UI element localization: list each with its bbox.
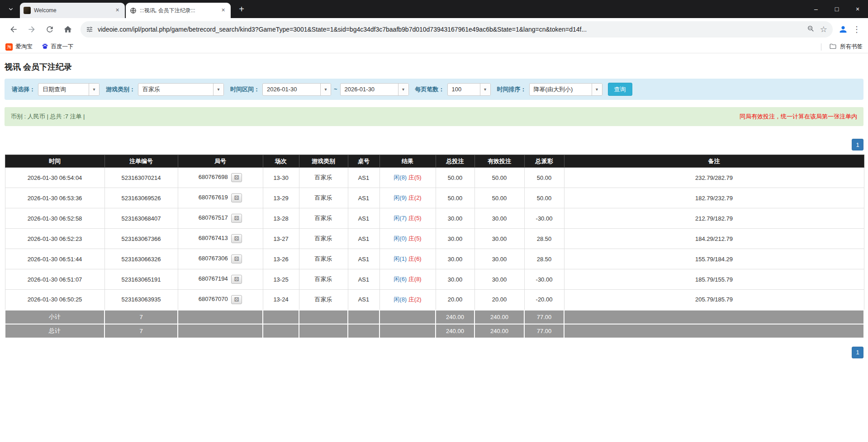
chevron-down-icon[interactable]: ▾ (480, 84, 490, 95)
cell-game-type: 百家乐 (299, 208, 348, 229)
cell-session: 13-26 (263, 249, 299, 269)
cell-game-type: 百家乐 (299, 269, 348, 290)
cell-bet-id: 523163068407 (104, 208, 178, 229)
zoom-icon[interactable] (807, 25, 815, 34)
date-to-input[interactable]: 2026-01-30 ▾ (340, 83, 409, 96)
cell-time: 2026-01-30 06:52:58 (5, 208, 104, 229)
cell-total-bet[interactable]: 50.00 (436, 188, 474, 208)
url-bar[interactable]: videoie.com/ipl/portal.php/game/betrecor… (81, 21, 833, 38)
bookmark-baidu[interactable]: 百度一下 (42, 43, 74, 51)
table-header-row: 时间注单编号局号场次游戏类别桌号结果总投注有效投注总派彩备注 (5, 155, 864, 168)
new-tab-button[interactable]: + (235, 3, 248, 15)
column-header: 有效投注 (474, 155, 524, 168)
all-bookmarks-label[interactable]: 所有书签 (840, 43, 863, 51)
date-from-input[interactable]: 2026-01-30 ▾ (262, 83, 331, 96)
bookmark-star-icon[interactable]: ☆ (820, 25, 827, 33)
subtotal-valid-bet: 240.00 (474, 310, 524, 324)
window-close-button[interactable]: × (847, 0, 868, 18)
cell-total-bet[interactable]: 30.00 (436, 208, 474, 229)
table-row: 2026-01-30 06:51:44 523163066326 6807673… (5, 249, 864, 269)
result-player: 闲(6) (394, 276, 407, 282)
chevron-down-icon[interactable]: ▾ (89, 84, 99, 95)
chevron-down-icon[interactable]: ▾ (592, 84, 602, 95)
cell-total-bet[interactable]: 30.00 (436, 229, 474, 249)
cell-result: 闲(1) 庄(6) (379, 249, 436, 269)
chevron-down-icon[interactable]: ▾ (213, 84, 223, 95)
result-banker: 庄(2) (408, 194, 422, 201)
select-type-label: 请选择： (12, 85, 35, 94)
cell-total-bet[interactable]: 20.00 (436, 290, 474, 310)
search-button[interactable]: 查询 (608, 83, 632, 96)
chevron-down-icon[interactable]: ▾ (320, 84, 331, 95)
page-size-select[interactable]: 100 ▾ (447, 83, 491, 96)
cell-table-id: AS1 (348, 208, 379, 229)
page-number-button[interactable]: 1 (852, 139, 863, 150)
back-icon[interactable] (6, 22, 21, 37)
bookmark-aitaobao[interactable]: 淘 爱淘宝 (5, 43, 33, 51)
result-player: 闲(7) (394, 215, 407, 221)
cell-round: 680767698⚄ (178, 168, 263, 188)
round-result-button[interactable]: ⚄ (231, 173, 242, 182)
cell-valid-bet: 30.00 (474, 229, 524, 249)
browser-tab-welcome[interactable]: Welcome × (20, 3, 125, 18)
round-result-button[interactable]: ⚄ (231, 295, 242, 304)
window-minimize-button[interactable]: – (806, 0, 826, 18)
cell-note: 155.79/184.29 (564, 249, 864, 269)
total-valid-bet: 240.00 (474, 324, 524, 338)
round-result-button[interactable]: ⚄ (231, 193, 242, 202)
sort-order-select[interactable]: 降幂(由大到小) ▾ (529, 83, 602, 96)
cell-result: 闲(8) 庄(2) (379, 290, 436, 310)
cell-total-bet[interactable]: 50.00 (436, 168, 474, 188)
cell-time: 2026-01-30 06:54:04 (5, 168, 104, 188)
tab-close-icon[interactable]: × (219, 7, 227, 14)
cell-note: 205.79/185.79 (564, 290, 864, 310)
url-text[interactable]: videoie.com/ipl/portal.php/game/betrecor… (98, 26, 802, 33)
round-result-button[interactable]: ⚄ (231, 275, 242, 284)
cell-payout: -30.00 (524, 208, 564, 229)
cell-game-type: 百家乐 (299, 290, 348, 310)
cell-session: 13-30 (263, 168, 299, 188)
game-type-select[interactable]: 百家乐 ▾ (138, 83, 224, 96)
tab-title: :::视讯, 会员下注纪录::: (140, 7, 216, 14)
forward-icon[interactable] (24, 22, 39, 37)
tab-title: Welcome (34, 7, 110, 14)
query-type-select[interactable]: 日期查询 ▾ (38, 83, 100, 96)
cell-total-bet[interactable]: 30.00 (436, 269, 474, 290)
site-settings-icon[interactable] (86, 26, 93, 33)
result-player: 闲(8) (394, 296, 407, 303)
round-result-button[interactable]: ⚄ (231, 254, 242, 263)
column-header: 场次 (263, 155, 299, 168)
cell-session: 13-29 (263, 188, 299, 208)
window-maximize-button[interactable]: □ (826, 0, 847, 18)
total-label: 总计 (5, 324, 104, 338)
cell-table-id: AS1 (348, 269, 379, 290)
subtotal-count: 7 (104, 310, 178, 324)
column-header: 备注 (564, 155, 864, 168)
dice-icon: ⚄ (234, 235, 239, 242)
browser-tab-betrecord[interactable]: :::视讯, 会员下注纪录::: × (126, 3, 231, 18)
cell-bet-id: 523163067366 (104, 229, 178, 249)
total-payout: 77.00 (524, 324, 564, 338)
result-player: 闲(8) (394, 174, 407, 181)
cell-valid-bet: 30.00 (474, 269, 524, 290)
tab-close-icon[interactable]: × (114, 7, 121, 14)
dice-icon: ⚄ (234, 296, 239, 303)
column-header: 时间 (5, 155, 104, 168)
browser-menu-icon[interactable]: ⋮ (850, 24, 863, 34)
round-id: 680767070 (199, 296, 228, 302)
cell-payout: -30.00 (524, 269, 564, 290)
page-number-button[interactable]: 1 (852, 347, 863, 358)
home-icon[interactable] (60, 22, 76, 37)
round-result-button[interactable]: ⚄ (231, 234, 242, 243)
cell-game-type: 百家乐 (299, 168, 348, 188)
cell-total-bet[interactable]: 30.00 (436, 249, 474, 269)
result-player: 闲(9) (394, 194, 407, 201)
profile-icon[interactable] (838, 24, 848, 34)
round-result-button[interactable]: ⚄ (231, 214, 242, 223)
chevron-down-icon[interactable]: ▾ (398, 84, 408, 95)
column-header: 游戏类别 (299, 155, 348, 168)
result-banker: 庄(2) (408, 296, 422, 303)
refresh-icon[interactable] (42, 22, 57, 37)
tab-search-chevron-icon[interactable] (5, 3, 17, 15)
browser-window: Welcome × :::视讯, 会员下注纪录::: × + – □ × (0, 0, 868, 53)
